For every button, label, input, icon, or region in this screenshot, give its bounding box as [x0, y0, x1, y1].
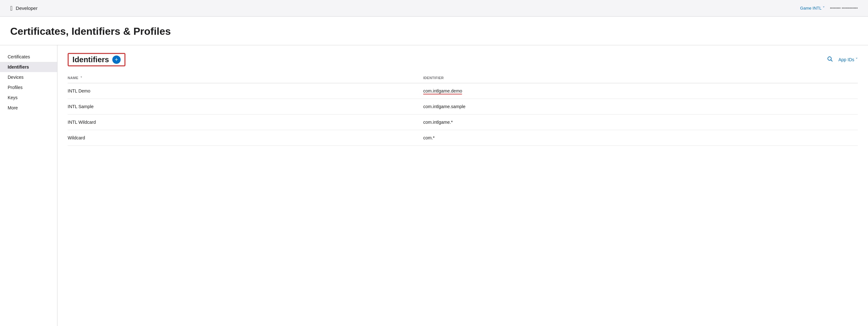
- sidebar-item-identifiers[interactable]: Identifiers: [0, 62, 57, 72]
- sidebar: Certificates Identifiers Devices Profile…: [0, 45, 57, 326]
- identifier-underlined: com.intlgame.demo: [423, 88, 462, 94]
- cell-name: Wildcard: [68, 130, 423, 146]
- sidebar-item-keys[interactable]: Keys: [0, 93, 57, 103]
- content-area: Identifiers + App IDs ˅: [57, 45, 868, 326]
- filter-dropdown[interactable]: App IDs ˅: [838, 57, 858, 62]
- section-header: Identifiers + App IDs ˅: [68, 53, 858, 66]
- section-title-box: Identifiers +: [68, 53, 125, 66]
- filter-arrow-icon: ˅: [856, 57, 858, 62]
- table-row[interactable]: INTL Samplecom.intlgame.sample: [68, 99, 858, 115]
- sidebar-item-certificates[interactable]: Certificates: [0, 52, 57, 62]
- add-identifier-button[interactable]: +: [112, 56, 121, 64]
- developer-label: Developer: [16, 5, 37, 11]
- apple-logo-icon: : [10, 5, 12, 11]
- section-title: Identifiers: [72, 55, 109, 64]
- cell-identifier: com.*: [423, 130, 858, 146]
- sidebar-item-devices[interactable]: Devices: [0, 72, 57, 82]
- sidebar-item-profiles[interactable]: Profiles: [0, 82, 57, 93]
- account-email: •••••••• ••••••••••••: [830, 6, 858, 10]
- top-nav:  Developer Game INTL ˅ •••••••• •••••••…: [0, 0, 868, 17]
- column-header-name[interactable]: NAME ˅: [68, 73, 423, 83]
- cell-identifier: com.intlgame.sample: [423, 99, 858, 115]
- search-icon[interactable]: [827, 56, 833, 64]
- page-title: Certificates, Identifiers & Profiles: [10, 26, 858, 37]
- table-header-row: NAME ˅ IDENTIFIER: [68, 73, 858, 83]
- cell-identifier: com.intlgame.demo: [423, 83, 858, 99]
- cell-name: INTL Sample: [68, 99, 423, 115]
- cell-name: INTL Wildcard: [68, 115, 423, 130]
- cell-name: INTL Demo: [68, 83, 423, 99]
- table-row[interactable]: INTL Democom.intlgame.demo: [68, 83, 858, 99]
- section-actions: App IDs ˅: [827, 56, 858, 64]
- sort-arrow-icon: ˅: [81, 76, 82, 80]
- nav-brand:  Developer: [10, 5, 38, 11]
- column-header-identifier: IDENTIFIER: [423, 73, 858, 83]
- page-header: Certificates, Identifiers & Profiles: [0, 17, 868, 45]
- main-layout: Certificates Identifiers Devices Profile…: [0, 45, 868, 326]
- table-row[interactable]: Wildcardcom.*: [68, 130, 858, 146]
- svg-line-1: [831, 60, 833, 61]
- table-row[interactable]: INTL Wildcardcom.intlgame.*: [68, 115, 858, 130]
- cell-identifier: com.intlgame.*: [423, 115, 858, 130]
- sidebar-item-more[interactable]: More: [0, 103, 57, 113]
- account-name[interactable]: Game INTL ˅: [800, 6, 825, 10]
- identifiers-table: NAME ˅ IDENTIFIER INTL Democom.intlgame.…: [68, 73, 858, 146]
- nav-account: Game INTL ˅ •••••••• ••••••••••••: [800, 6, 858, 10]
- filter-label: App IDs: [838, 57, 854, 62]
